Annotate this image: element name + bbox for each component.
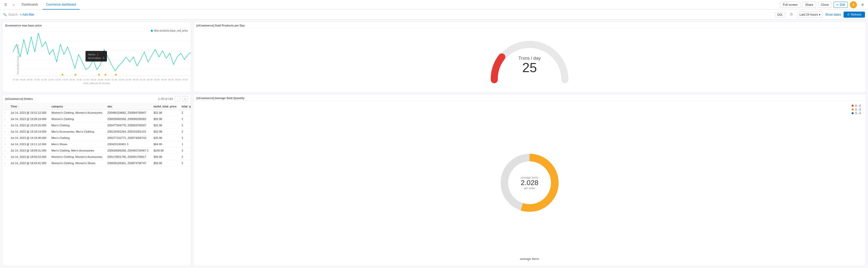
avg-items-bottom-label: average items [520, 257, 539, 261]
legend-item: 0 - 2 [851, 104, 861, 107]
legend-item: 3 - 4 [851, 112, 861, 115]
category-cell: Men's Clothing [49, 135, 105, 141]
refresh-button[interactable]: ↺ Refresh [843, 11, 865, 18]
table-row[interactable]: › Jul 14, 2023 @ 19:16:48.000 Men's Clot… [2, 135, 191, 141]
price-cell: $109.98 [151, 147, 179, 154]
table-row[interactable]: › Jul 14, 2023 @ 19:18:14.000 Men's Acce… [2, 129, 191, 135]
table-container: Time ↑ category sku taxful_total_price t… [2, 103, 191, 262]
chevron-down-icon: ▾ [819, 13, 820, 16]
table-row[interactable]: › Jul 14, 2023 @ 19:25:26.000 Men's Clot… [2, 122, 191, 129]
chart-container: Max products.base_unit_price Max product… [2, 28, 191, 91]
qty-cell: 2 [179, 135, 191, 141]
time-cell: Jul 14, 2023 @ 18:50:53.000 [8, 154, 49, 160]
time-cell: Jul 14, 2023 @ 19:28:19.000 [8, 116, 49, 122]
col-category[interactable]: category [49, 103, 105, 110]
sku-cell: Z00477004770, Z00059705597 [105, 122, 151, 129]
edit-button[interactable]: ✏ Edit [833, 2, 848, 8]
time-cell: Jul 14, 2023 @ 19:25:26.000 [8, 122, 49, 129]
filter-bar: 🔍 Search + Add filter DQL ⏱ Last 24 hour… [0, 9, 868, 20]
expand-cell[interactable]: › [2, 122, 8, 129]
donut-container: 0 - 2 2 - 3 3 - 4 average items 2.028 pe… [193, 101, 866, 265]
time-cell: Jul 14, 2023 @ 18:43:41.000 [8, 160, 49, 166]
table-row[interactable]: › Jul 14, 2023 @ 19:11:12.000 Men's Shoe… [2, 141, 191, 147]
time-cell: Jul 14, 2023 @ 19:18:14.000 [8, 129, 49, 135]
share-button[interactable]: Share [802, 2, 816, 8]
qty-cell: 2 [179, 110, 191, 116]
legend-label: Max products.base_unit_price [154, 29, 188, 32]
category-cell: Women's Clothing, Women's Accessories [49, 110, 105, 116]
expand-cell[interactable]: › [2, 110, 8, 116]
col-time-label: Time [10, 105, 17, 108]
col-sku[interactable]: sku [105, 103, 151, 110]
expand-cell[interactable]: › [2, 129, 8, 135]
hamburger-icon[interactable]: ☰ [2, 1, 9, 8]
category-cell: Men's Accessories, Men's Clothing [49, 129, 105, 135]
dql-button[interactable]: DQL [775, 12, 785, 18]
search-icon: 🔍 [3, 13, 7, 16]
time-cell: Jul 14, 2023 @ 19:16:48.000 [8, 135, 49, 141]
settings-icon[interactable]: ⚙ [859, 1, 866, 8]
price-cell: $56.98 [151, 160, 179, 166]
avatar[interactable]: A [850, 1, 857, 8]
table-row[interactable]: › Jul 14, 2023 @ 18:59:31.000 Men's Clot… [2, 147, 191, 154]
expand-cell[interactable]: › [2, 154, 8, 160]
time-filter-icon[interactable]: ⏱ [788, 11, 795, 18]
col-price[interactable]: taxful_total_price [151, 103, 179, 110]
sku-cell: Z00486204882, Z00084700847 [105, 110, 151, 116]
chart-svg: 100 80 60 40 20 [13, 29, 191, 77]
time-cell: Jul 14, 2023 @ 19:11:12.000 [8, 141, 49, 147]
dashboard: Ecommerce max base price Max products.ba… [0, 20, 868, 268]
avg-title: [eCommerce] Average Sold Quantity [193, 95, 866, 101]
col-time[interactable]: Time ↑ [8, 103, 49, 110]
search-area[interactable]: 🔍 Search [3, 13, 18, 16]
show-dates-button[interactable]: Show dates [825, 13, 841, 16]
home-icon[interactable]: ⌂ [10, 1, 17, 8]
price-cell: $31.98 [151, 122, 179, 129]
nav-right: Full screen Share Clone ✏ Edit A ⚙ [780, 1, 866, 8]
table-row[interactable]: › Jul 14, 2023 @ 19:31:12.000 Women's Cl… [2, 110, 191, 116]
legend-item: 2 - 3 [851, 108, 861, 111]
expand-cell[interactable]: › [2, 141, 8, 147]
top-nav: ☰ ⌂ Dashboards Commerce dashboard Full s… [0, 0, 868, 9]
x-axis-title: order_date per 30 minutes [5, 82, 188, 85]
sku-cell: Z00179501795, Z00091700917 [105, 154, 151, 160]
fullscreen-button[interactable]: Full screen [780, 2, 800, 8]
nav-left: ☰ ⌂ Dashboards Commerce dashboard [2, 0, 80, 9]
category-cell: Women's Clothing, Women's Accessories [49, 154, 105, 160]
gauge-container: Trxns / day 25 [193, 28, 866, 91]
time-range-label: Last 24 hours [800, 13, 818, 16]
col-expand [2, 103, 8, 110]
donut-value: 2.028 [521, 179, 538, 187]
price-cell: $31.98 [151, 110, 179, 116]
expand-cell[interactable]: › [2, 160, 8, 166]
chart-legend: Max products.base_unit_price [151, 29, 188, 32]
legend-color [851, 108, 854, 110]
clone-button[interactable]: Clone [818, 2, 831, 8]
price-cell: $32.98 [151, 129, 179, 135]
legend-dot [151, 30, 153, 32]
gauge-panel: [eCommerce] Sold Products per Day Trxns … [193, 22, 866, 92]
time-range-selector[interactable]: Last 24 hours ▾ [797, 11, 823, 18]
qty-cell: 2 [179, 116, 191, 122]
tab-dashboards[interactable]: Dashboards [18, 0, 41, 9]
add-filter-button[interactable]: + Add filter [20, 13, 34, 16]
table-header-row: Time ↑ category sku taxful_total_price t… [2, 103, 191, 110]
expand-cell[interactable]: › [2, 135, 8, 141]
tab-commerce-dashboard[interactable]: Commerce dashboard [42, 0, 80, 9]
refresh-icon: ↺ [847, 13, 849, 16]
orders-header: [eCommerce] Orders 1–50 of 143 ‹ › [2, 95, 191, 103]
svg-marker-12 [74, 73, 77, 75]
price-cell: $64.99 [151, 141, 179, 147]
donut-legend: 0 - 2 2 - 3 3 - 4 [851, 103, 861, 115]
expand-cell[interactable]: › [2, 116, 8, 122]
table-row[interactable]: › Jul 14, 2023 @ 19:28:19.000 Women's Cl… [2, 116, 191, 122]
col-qty[interactable]: total_quantity [179, 103, 191, 110]
svg-marker-11 [61, 73, 64, 75]
table-row[interactable]: › Jul 14, 2023 @ 18:43:41.000 Women's Cl… [2, 160, 191, 166]
table-row[interactable]: › Jul 14, 2023 @ 18:50:53.000 Women's Cl… [2, 154, 191, 160]
legend-label-text: 2 - 3 [855, 108, 861, 111]
prev-page-button[interactable]: ‹ [175, 96, 180, 102]
expand-cell[interactable]: › [2, 147, 8, 154]
category-cell: Men's Clothing, Men's Accessories [49, 147, 105, 154]
next-page-button[interactable]: › [182, 96, 188, 102]
